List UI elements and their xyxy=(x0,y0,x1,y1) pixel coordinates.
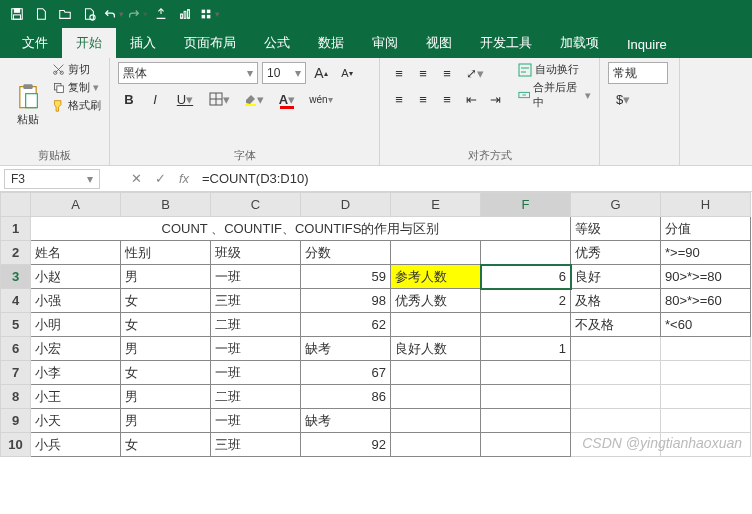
col-head-B[interactable]: B xyxy=(121,193,211,217)
row-head-7[interactable]: 7 xyxy=(1,361,31,385)
cell-H6[interactable] xyxy=(661,337,751,361)
tab-formulas[interactable]: 公式 xyxy=(250,28,304,58)
align-middle-icon[interactable]: ≡ xyxy=(412,62,434,84)
tab-file[interactable]: 文件 xyxy=(8,28,62,58)
row-head-10[interactable]: 10 xyxy=(1,433,31,457)
decrease-indent-icon[interactable]: ⇤ xyxy=(460,88,482,110)
tab-addins[interactable]: 加载项 xyxy=(546,28,613,58)
cell-B3[interactable]: 男 xyxy=(121,265,211,289)
orientation-icon[interactable]: ⤢ ▾ xyxy=(460,62,490,84)
cell-D3[interactable]: 59 xyxy=(301,265,391,289)
increase-indent-icon[interactable]: ⇥ xyxy=(484,88,506,110)
cell-D10[interactable]: 92 xyxy=(301,433,391,457)
borders-button[interactable]: ▾ xyxy=(204,88,234,110)
cell-C5[interactable]: 二班 xyxy=(211,313,301,337)
cell-E8[interactable] xyxy=(391,385,481,409)
cell-F3[interactable]: 6 xyxy=(481,265,571,289)
col-head-F[interactable]: F xyxy=(481,193,571,217)
cell-G9[interactable] xyxy=(571,409,661,433)
cell-H7[interactable] xyxy=(661,361,751,385)
cell-D7[interactable]: 67 xyxy=(301,361,391,385)
cell-D5[interactable]: 62 xyxy=(301,313,391,337)
row-head-1[interactable]: 1 xyxy=(1,217,31,241)
row-head-4[interactable]: 4 xyxy=(1,289,31,313)
italic-button[interactable]: I xyxy=(144,88,166,110)
cell-B7[interactable]: 女 xyxy=(121,361,211,385)
cell-F6[interactable]: 1 xyxy=(481,337,571,361)
align-top-icon[interactable]: ≡ xyxy=(388,62,410,84)
col-head-H[interactable]: H xyxy=(661,193,751,217)
tab-layout[interactable]: 页面布局 xyxy=(170,28,250,58)
tab-home[interactable]: 开始 xyxy=(62,28,116,58)
cell-E4[interactable]: 优秀人数 xyxy=(391,289,481,313)
quick-print-icon[interactable] xyxy=(78,3,100,25)
cell-F8[interactable] xyxy=(481,385,571,409)
spreadsheet-grid[interactable]: ABCDEFGH1COUNT 、COUNTIF、COUNTIFS的作用与区别等级… xyxy=(0,192,752,457)
currency-icon[interactable]: $ ▾ xyxy=(608,88,638,110)
cell-H4[interactable]: 80>*>=60 xyxy=(661,289,751,313)
cell-title[interactable]: COUNT 、COUNTIF、COUNTIFS的作用与区别 xyxy=(31,217,571,241)
cell-C6[interactable]: 一班 xyxy=(211,337,301,361)
col-head-E[interactable]: E xyxy=(391,193,481,217)
cell-C4[interactable]: 三班 xyxy=(211,289,301,313)
number-format-select[interactable]: 常规 xyxy=(608,62,668,84)
cell-H3[interactable]: 90>*>=80 xyxy=(661,265,751,289)
cell-C7[interactable]: 一班 xyxy=(211,361,301,385)
cell-G10[interactable] xyxy=(571,433,661,457)
cell-G3[interactable]: 良好 xyxy=(571,265,661,289)
more-commands-icon[interactable] xyxy=(198,3,220,25)
cell-F7[interactable] xyxy=(481,361,571,385)
bold-button[interactable]: B xyxy=(118,88,140,110)
increase-font-icon[interactable]: A▴ xyxy=(310,62,332,84)
cell-H1[interactable]: 分值 xyxy=(661,217,751,241)
open-icon[interactable] xyxy=(54,3,76,25)
cell-A4[interactable]: 小强 xyxy=(31,289,121,313)
cell-A9[interactable]: 小天 xyxy=(31,409,121,433)
row-head-3[interactable]: 3 xyxy=(1,265,31,289)
cell-G8[interactable] xyxy=(571,385,661,409)
cell-B8[interactable]: 男 xyxy=(121,385,211,409)
cell-H10[interactable] xyxy=(661,433,751,457)
row-head-6[interactable]: 6 xyxy=(1,337,31,361)
col-head-A[interactable]: A xyxy=(31,193,121,217)
tab-insert[interactable]: 插入 xyxy=(116,28,170,58)
merge-center-button[interactable]: 合并后居中 ▾ xyxy=(518,80,591,110)
cell-G6[interactable] xyxy=(571,337,661,361)
cell-E7[interactable] xyxy=(391,361,481,385)
cell-A10[interactable]: 小兵 xyxy=(31,433,121,457)
align-bottom-icon[interactable]: ≡ xyxy=(436,62,458,84)
cell-C8[interactable]: 二班 xyxy=(211,385,301,409)
cell-G7[interactable] xyxy=(571,361,661,385)
fx-icon[interactable]: fx xyxy=(172,167,196,191)
touch-mode-icon[interactable] xyxy=(150,3,172,25)
cell-D9[interactable]: 缺考 xyxy=(301,409,391,433)
cell-G2[interactable]: 优秀 xyxy=(571,241,661,265)
tab-developer[interactable]: 开发工具 xyxy=(466,28,546,58)
cancel-icon[interactable]: ✕ xyxy=(124,167,148,191)
cell-B2[interactable]: 性别 xyxy=(121,241,211,265)
cell-B4[interactable]: 女 xyxy=(121,289,211,313)
enter-icon[interactable]: ✓ xyxy=(148,167,172,191)
cell-C2[interactable]: 班级 xyxy=(211,241,301,265)
cell-B5[interactable]: 女 xyxy=(121,313,211,337)
cell-G4[interactable]: 及格 xyxy=(571,289,661,313)
name-box[interactable]: F3▾ xyxy=(4,169,100,189)
row-head-2[interactable]: 2 xyxy=(1,241,31,265)
align-right-icon[interactable]: ≡ xyxy=(436,88,458,110)
cell-D2[interactable]: 分数 xyxy=(301,241,391,265)
row-head-5[interactable]: 5 xyxy=(1,313,31,337)
fill-color-button[interactable]: ▾ xyxy=(238,88,268,110)
cell-C9[interactable]: 一班 xyxy=(211,409,301,433)
font-color-button[interactable]: A ▾ xyxy=(272,88,302,110)
tab-inquire[interactable]: Inquire xyxy=(613,31,681,58)
cell-C3[interactable]: 一班 xyxy=(211,265,301,289)
col-head-G[interactable]: G xyxy=(571,193,661,217)
cell-D8[interactable]: 86 xyxy=(301,385,391,409)
redo-icon[interactable] xyxy=(126,3,148,25)
font-size-select[interactable]: 10▾ xyxy=(262,62,306,84)
cell-G5[interactable]: 不及格 xyxy=(571,313,661,337)
cell-H2[interactable]: *>=90 xyxy=(661,241,751,265)
cell-B6[interactable]: 男 xyxy=(121,337,211,361)
cell-F9[interactable] xyxy=(481,409,571,433)
align-center-icon[interactable]: ≡ xyxy=(412,88,434,110)
